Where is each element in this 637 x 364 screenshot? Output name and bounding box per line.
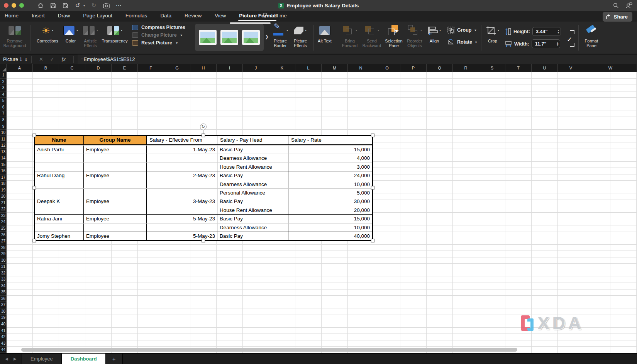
camera-icon[interactable] xyxy=(103,2,110,9)
more-icon[interactable]: ⋯ xyxy=(115,2,122,9)
column-header[interactable]: U xyxy=(532,64,558,72)
row-header[interactable]: 35 xyxy=(0,289,7,296)
column-header[interactable]: C xyxy=(59,64,85,72)
share-button[interactable]: Share xyxy=(603,12,632,22)
ribbon-tab[interactable]: Home xyxy=(4,13,19,22)
sheet-grid[interactable]: 1234567891011121314151617181920212223242… xyxy=(0,72,637,353)
close-window-button[interactable] xyxy=(4,3,8,8)
column-header[interactable]: V xyxy=(558,64,584,72)
row-header[interactable]: 18 xyxy=(0,181,7,187)
row-header[interactable]: 16 xyxy=(0,168,7,174)
row-header[interactable]: 43 xyxy=(0,340,7,347)
column-header[interactable]: L xyxy=(295,64,322,72)
sheet-tab[interactable]: Employee xyxy=(22,354,62,364)
corrections-button[interactable]: ☀▾ Corrections xyxy=(35,24,60,43)
column-header[interactable]: F xyxy=(138,64,164,72)
column-header[interactable]: E xyxy=(112,64,138,72)
row-header[interactable]: 4 xyxy=(0,91,7,98)
zoom-window-button[interactable] xyxy=(19,3,24,8)
compress-pictures-button[interactable]: Compress Pictures xyxy=(132,25,185,30)
resize-handle-top-left[interactable] xyxy=(32,134,36,137)
gallery-more-button[interactable]: ❯ xyxy=(265,34,269,39)
row-header[interactable]: 2 xyxy=(0,79,7,85)
column-header[interactable]: W xyxy=(584,64,637,72)
row-header[interactable]: 28 xyxy=(0,244,7,251)
align-button[interactable]: ▾ Align xyxy=(425,24,443,43)
save-icon[interactable] xyxy=(49,2,56,9)
column-header[interactable]: R xyxy=(453,64,479,72)
height-stepper[interactable]: ▲▼ xyxy=(557,29,560,34)
resize-handle-bottom-right[interactable] xyxy=(371,239,374,242)
row-header[interactable]: 22 xyxy=(0,206,7,213)
picture-style-thumbnail[interactable] xyxy=(242,30,260,45)
resize-handle-mid-right[interactable] xyxy=(371,186,374,190)
ribbon-tab[interactable]: Formulas xyxy=(125,13,148,22)
ribbon-tab[interactable]: Draw xyxy=(57,13,71,22)
row-header[interactable]: 3 xyxy=(0,85,7,91)
column-header[interactable]: D xyxy=(85,64,112,72)
ribbon-tab[interactable]: View xyxy=(214,13,227,22)
home-icon[interactable] xyxy=(37,2,44,9)
next-sheet-icon[interactable]: ▶ xyxy=(14,357,17,361)
ribbon-tab[interactable]: Review xyxy=(184,13,202,22)
picture-style-thumbnail[interactable] xyxy=(220,30,238,45)
search-icon[interactable] xyxy=(612,2,619,9)
row-header[interactable]: 29 xyxy=(0,251,7,257)
name-box[interactable]: Picture 1 xyxy=(0,57,24,62)
formula-input[interactable]: =Employee!$A$1:$E$12 xyxy=(78,54,637,64)
select-all-corner[interactable] xyxy=(0,64,7,72)
column-header[interactable]: J xyxy=(243,64,269,72)
rotate-handle[interactable]: ↻ xyxy=(200,124,207,130)
row-header[interactable]: 21 xyxy=(0,200,7,207)
selection-pane-button[interactable]: ➤ Selection Pane xyxy=(383,24,405,48)
save-as-icon[interactable] xyxy=(62,2,69,9)
alt-text-button[interactable]: Alt Text xyxy=(316,24,334,43)
row-header[interactable]: 6 xyxy=(0,104,7,111)
ribbon-tab[interactable]: Insert xyxy=(31,13,46,22)
row-header[interactable]: 26 xyxy=(0,232,7,238)
resize-handle-mid-left[interactable] xyxy=(32,186,36,190)
column-header[interactable]: B xyxy=(33,64,59,72)
lock-aspect-ratio-toggle[interactable]: ✓ xyxy=(564,30,574,47)
row-header[interactable]: 7 xyxy=(0,110,7,117)
resize-handle-bottom-left[interactable] xyxy=(32,239,36,242)
row-header[interactable]: 30 xyxy=(0,257,7,264)
row-header[interactable]: 41 xyxy=(0,327,7,334)
column-header[interactable]: T xyxy=(505,64,532,72)
row-header[interactable]: 24 xyxy=(0,219,7,225)
row-header[interactable]: 5 xyxy=(0,98,7,104)
row-header[interactable]: 23 xyxy=(0,213,7,219)
column-header[interactable]: M xyxy=(322,64,348,72)
row-header[interactable]: 40 xyxy=(0,321,7,328)
undo-icon[interactable]: ↺ xyxy=(74,2,81,9)
column-header[interactable]: H xyxy=(190,64,217,72)
row-header[interactable]: 11 xyxy=(0,136,7,142)
row-header[interactable]: 42 xyxy=(0,334,7,340)
column-header[interactable]: I xyxy=(217,64,243,72)
group-button[interactable]: Group▾ xyxy=(447,26,476,34)
resize-handle-bottom-center[interactable] xyxy=(202,239,205,242)
width-input[interactable] xyxy=(532,39,560,48)
row-header[interactable]: 27 xyxy=(0,238,7,245)
row-header[interactable]: 32 xyxy=(0,270,7,276)
picture-border-button[interactable]: ✎▾ Picture Border xyxy=(270,24,290,48)
name-box-stepper[interactable]: ▲▼ xyxy=(25,58,27,61)
row-header[interactable]: 31 xyxy=(0,264,7,270)
row-header[interactable]: 9 xyxy=(0,123,7,130)
reset-picture-button[interactable]: Reset Picture▾ xyxy=(132,40,185,46)
picture-effects-button[interactable]: ▾ Picture Effects xyxy=(290,24,310,48)
linked-picture-table[interactable]: ↻ Name Group Name Salary - Effective Fro… xyxy=(34,135,373,241)
row-header[interactable]: 17 xyxy=(0,174,7,181)
row-header[interactable]: 20 xyxy=(0,193,7,200)
column-header[interactable]: A xyxy=(7,64,33,72)
rotate-button[interactable]: Rotate▾ xyxy=(447,39,477,46)
presence-icon[interactable] xyxy=(625,2,632,9)
row-header[interactable]: 1 xyxy=(0,72,7,79)
color-button[interactable]: ▾ Color xyxy=(61,24,80,43)
picture-style-thumbnail[interactable] xyxy=(199,30,217,45)
horizontal-scrollbar[interactable] xyxy=(21,348,517,352)
format-pane-button[interactable]: Format Pane xyxy=(581,24,601,48)
row-header[interactable]: 33 xyxy=(0,276,7,283)
row-header[interactable]: 37 xyxy=(0,302,7,308)
row-header[interactable]: 44 xyxy=(0,347,7,353)
